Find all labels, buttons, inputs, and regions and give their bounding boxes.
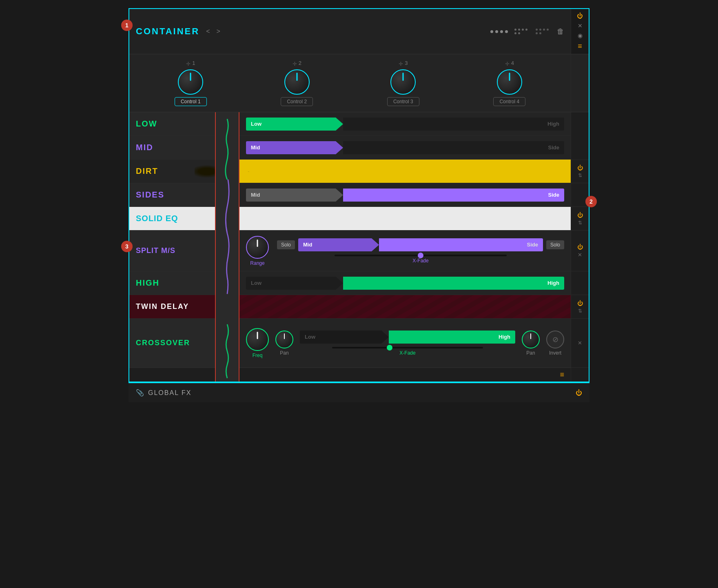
- co-bar-left-label: Low: [305, 334, 315, 340]
- global-fx-label: GLOBAL FX: [148, 389, 191, 397]
- dirt-right-icons: ⏻ ⇅: [571, 160, 589, 183]
- twin-delay-power-icon[interactable]: ⏻: [577, 300, 583, 306]
- dirt-arrows-icon[interactable]: ⇅: [578, 173, 582, 178]
- crossover-label-area: CROSSOVER: [129, 319, 215, 367]
- split-ms-content: Range Solo Mid: [239, 231, 571, 271]
- dots-3: [536, 29, 550, 34]
- knob-1[interactable]: [178, 69, 203, 95]
- low-label: LOW: [136, 119, 157, 129]
- high-content: Low High: [239, 271, 571, 295]
- global-fx-power[interactable]: ⏻: [576, 389, 582, 397]
- freq-knob-group: Freq: [246, 328, 269, 358]
- move-icon-3: ✛: [399, 61, 403, 67]
- mid-label: MID: [136, 143, 153, 152]
- mid-freq-bar[interactable]: Mid Side: [246, 141, 564, 154]
- low-content: Low High: [239, 112, 571, 135]
- twin-delay-arrows-icon[interactable]: ⇅: [578, 308, 582, 314]
- solid-eq-power-icon[interactable]: ⏻: [577, 212, 583, 218]
- split-ms-solo-left[interactable]: Solo: [277, 240, 295, 249]
- high-bar-left-label: Low: [251, 280, 261, 286]
- move-icon-1: ✛: [186, 61, 191, 67]
- invert-button[interactable]: ⊘: [546, 331, 564, 348]
- twin-delay-right-icons: ⏻ ⇅: [571, 295, 589, 319]
- range-knob[interactable]: [246, 236, 269, 259]
- low-bar-left-label: Low: [251, 121, 261, 127]
- split-ms-bar-right: Side: [527, 242, 538, 248]
- nav-prev[interactable]: <: [206, 28, 210, 35]
- high-label: HIGH: [136, 278, 160, 288]
- knob-label-2: Control 2: [281, 97, 313, 106]
- freq-knob[interactable]: [246, 328, 269, 351]
- crossover-xfade-label: X-Fade: [399, 350, 415, 356]
- crossover-bar[interactable]: Low High: [300, 331, 515, 344]
- sides-bar-left-label: Mid: [251, 192, 260, 198]
- crossover-bar-section: Low High: [300, 331, 515, 356]
- solid-eq-row: SOLID EQ: [129, 207, 571, 231]
- knob-num-1: 1: [192, 60, 195, 66]
- split-ms-x-icon[interactable]: ✕: [578, 252, 582, 258]
- pan-knob-right[interactable]: [522, 331, 540, 348]
- mid-row: MID Mid Side: [129, 136, 571, 160]
- split-ms-waveform-spacer: [215, 231, 239, 271]
- dirt-content[interactable]: -: [239, 160, 571, 183]
- paperclip-icon: 📎: [136, 389, 144, 397]
- pan-knob-group-right: Pan: [522, 331, 540, 356]
- high-freq-bar[interactable]: Low High: [246, 277, 564, 290]
- pan-knob-group-left: Pan: [275, 331, 293, 356]
- split-ms-bar-section: Solo Mid Side: [277, 238, 564, 264]
- co-bar-right-label: High: [499, 334, 510, 340]
- pan-knob-left[interactable]: [275, 331, 293, 348]
- invert-label: Invert: [549, 350, 561, 356]
- crossover-x-icon[interactable]: ✕: [578, 340, 582, 346]
- dirt-power-icon[interactable]: ⏻: [577, 164, 583, 171]
- split-ms-power-icon[interactable]: ⏻: [577, 244, 583, 250]
- trash-icon[interactable]: 🗑: [557, 27, 564, 36]
- sides-row: SIDES Mid Side: [129, 183, 571, 207]
- split-ms-freq-bar[interactable]: Mid Side: [298, 238, 543, 251]
- range-label: Range: [250, 260, 264, 266]
- sides-waveform-spacer: [215, 183, 239, 206]
- sides-label-area: SIDES: [129, 183, 215, 206]
- knob-group-3: ✛ 3 Control 3: [387, 60, 419, 106]
- split-ms-row: SPLIT M/S Range: [129, 231, 571, 271]
- dirt-row: DIRT -: [129, 160, 571, 183]
- power-icon-header[interactable]: ⏻: [577, 12, 583, 19]
- crossover-label: CROSSOVER: [136, 339, 190, 347]
- knob-4[interactable]: [497, 69, 522, 95]
- crossover-row: CROSSOVER Freq: [129, 319, 571, 368]
- split-ms-xfade-track[interactable]: [335, 255, 507, 256]
- app-title: CONTAINER: [136, 26, 199, 37]
- knob-2[interactable]: [284, 69, 310, 95]
- high-row: HIGH Low High: [129, 271, 571, 295]
- solid-eq-arrows-icon[interactable]: ⇅: [578, 220, 582, 226]
- knob-label-1[interactable]: Control 1: [175, 97, 207, 106]
- crossover-xfade-track[interactable]: [332, 347, 483, 348]
- twin-delay-label: TWIN DELAY: [136, 302, 189, 311]
- twin-delay-label-area: TWIN DELAY: [129, 295, 215, 318]
- right-panel: ⏻ ⇅ ⏻ ⇅ ⏻ ✕: [571, 112, 589, 382]
- invert-btn-group: ⊘ Invert: [546, 331, 564, 356]
- split-ms-right-icons: ⏻ ✕: [571, 231, 589, 271]
- split-ms-label-area: SPLIT M/S: [129, 231, 215, 271]
- split-ms-xfade-label: X-Fade: [412, 258, 428, 264]
- knob-group-2: ✛ 2 Control 2: [281, 60, 313, 106]
- badge-1: 1: [121, 20, 133, 31]
- knob-label-4: Control 4: [493, 97, 525, 106]
- low-waveform-spacer: [215, 112, 239, 135]
- badge-2: 2: [585, 196, 597, 207]
- nav-next[interactable]: >: [217, 28, 220, 35]
- split-ms-solo-right[interactable]: Solo: [546, 240, 564, 249]
- bottom-menu-bar: ≡: [129, 368, 571, 382]
- close-icon-header[interactable]: ✕: [578, 22, 583, 29]
- paint-icon-header[interactable]: ◉: [578, 32, 583, 39]
- knob-3[interactable]: [390, 69, 416, 95]
- knob-label-3: Control 3: [387, 97, 419, 106]
- bottom-menu-icon[interactable]: ≡: [560, 371, 564, 379]
- twin-delay-content: [239, 295, 571, 318]
- knob-group-1: ✛ 1 Control 1: [175, 60, 207, 106]
- sides-freq-bar[interactable]: Mid Side: [246, 189, 564, 202]
- menu-icon-header[interactable]: ≡: [578, 42, 582, 51]
- crossover-waveform-spacer: [215, 319, 239, 367]
- low-freq-bar[interactable]: Low High: [246, 118, 564, 131]
- dirt-dash: -: [248, 168, 250, 175]
